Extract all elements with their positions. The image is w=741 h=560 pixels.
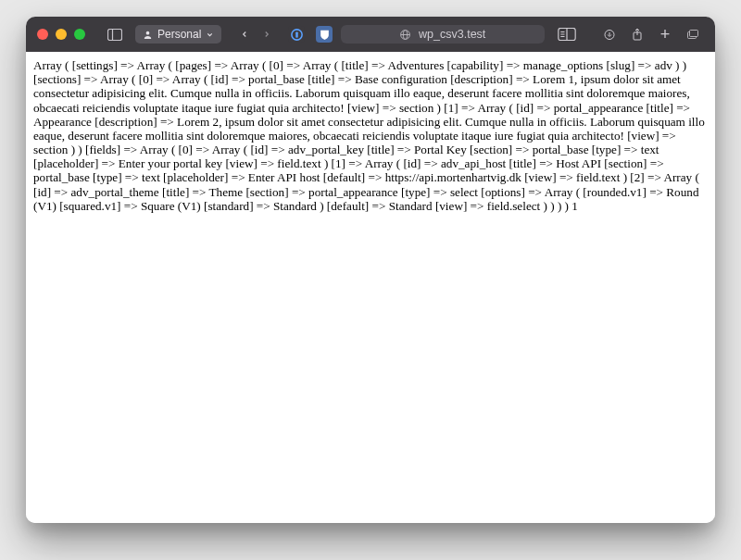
reader-button[interactable] [552,25,582,44]
titlebar: Personal [26,17,715,52]
close-button[interactable] [37,29,48,40]
minimize-button[interactable] [56,29,67,40]
maximize-button[interactable] [74,29,85,40]
window-controls [37,29,85,40]
profile-label: Personal [157,28,201,41]
share-button[interactable] [626,23,648,45]
profile-chip[interactable]: Personal [135,25,221,44]
nav-group [234,24,277,44]
downloads-button[interactable] [598,23,621,45]
svg-point-2 [146,31,150,34]
new-tab-button[interactable]: + [654,23,676,45]
extension-bitwarden-icon[interactable] [316,26,333,43]
address-bar[interactable]: wp_csv3.test [341,25,545,44]
svg-rect-0 [108,29,122,40]
tabs-overview-button[interactable] [682,23,704,45]
sidebar-toggle-button[interactable] [102,26,128,44]
right-tools: + [598,23,704,45]
svg-rect-18 [690,31,698,37]
chevron-down-icon [206,31,214,39]
globe-icon [399,29,411,41]
page-content: Array ( [settings] => Array ( [pages] =>… [26,52,715,523]
php-array-dump: Array ( [settings] => Array ( [pages] =>… [33,58,705,213]
address-host: wp_csv3.test [419,28,485,41]
extension-onepassword-icon[interactable] [288,26,305,43]
forward-button[interactable] [257,24,277,44]
person-icon [143,30,153,40]
browser-window: Personal [26,17,715,523]
svg-rect-4 [295,31,298,37]
address-wrapper: wp_csv3.test [340,25,545,44]
back-button[interactable] [234,24,255,44]
